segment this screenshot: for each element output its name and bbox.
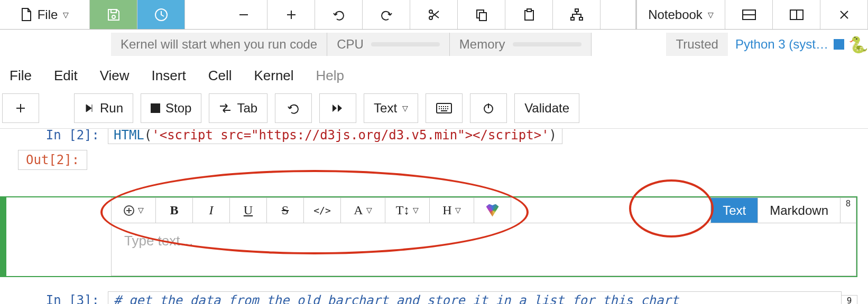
status-bar: Kernel will start when you run code CPU …	[0, 30, 868, 59]
topbar-spacer-1	[185, 0, 220, 29]
cell-prompt-in-3: In [3]:	[18, 293, 108, 304]
validate-button[interactable]: Validate	[514, 93, 579, 123]
run-all-button[interactable]	[319, 93, 356, 123]
paste-button[interactable]	[505, 0, 553, 29]
text-cell[interactable]: ▽ B I U S </> A▽ T↕▽ H▽ Text Markdown 8 …	[0, 196, 857, 277]
text-cell-editor[interactable]: Type text…	[112, 223, 856, 276]
split-horizontal-icon	[742, 9, 756, 21]
heading-dropdown[interactable]: H▽	[430, 198, 474, 223]
save-icon	[107, 8, 121, 22]
kernel-status-msg: Kernel will start when you run code	[111, 33, 327, 56]
split-vertical-button[interactable]	[773, 0, 820, 29]
menu-view[interactable]: View	[100, 68, 130, 84]
notebook-dropdown-label: Notebook	[648, 7, 703, 22]
mode-tab-markdown[interactable]: Markdown	[758, 198, 840, 223]
cell-type-dropdown[interactable]: Text ▽	[364, 93, 418, 123]
chevron-down-icon: ▽	[455, 206, 461, 215]
cut-button[interactable]	[410, 0, 458, 29]
menu-insert[interactable]: Insert	[152, 68, 186, 84]
cell-code-in-3[interactable]: # get the data from the old barchart and…	[108, 291, 842, 304]
cell-prompt-in-2: In [2]:	[18, 129, 108, 142]
restart-button[interactable]	[275, 93, 312, 123]
chevron-down-icon: ▽	[366, 206, 372, 215]
file-dropdown[interactable]: File ▽	[0, 0, 90, 29]
circle-plus-icon	[123, 205, 135, 216]
stop-icon	[151, 103, 160, 113]
underline-button[interactable]: U	[230, 198, 267, 223]
cell-select-bar[interactable]	[1, 197, 6, 276]
menu-kernel[interactable]: Kernel	[254, 68, 293, 84]
cell-line-count-in-3: 9	[842, 295, 857, 305]
plus-icon	[285, 9, 297, 21]
notebook-dropdown[interactable]: Notebook ▽	[635, 0, 725, 29]
mode-tab-text[interactable]: Text	[710, 198, 758, 223]
cell-code-in-2[interactable]: HTML('<script src="https://d3js.org/d3.v…	[108, 129, 562, 144]
svg-rect-9	[575, 9, 578, 12]
topbar-spacer-2	[601, 0, 635, 29]
chevron-down-icon: ▽	[708, 11, 714, 19]
memory-meter: Memory	[450, 33, 592, 56]
code-cell-in-2[interactable]: In [2]: HTML('<script src="https://d3js.…	[18, 129, 857, 147]
cpu-bar	[371, 42, 440, 46]
keyboard-icon	[436, 103, 452, 113]
power-icon	[482, 102, 495, 115]
chevron-down-icon: ▽	[413, 206, 419, 215]
chevron-down-icon: ▽	[402, 104, 408, 112]
notebook-area: In [2]: HTML('<script src="https://d3js.…	[0, 129, 868, 304]
minus-button[interactable]	[220, 0, 267, 29]
sitemap-icon	[569, 8, 584, 22]
copy-button[interactable]	[458, 0, 505, 29]
close-button[interactable]	[820, 0, 868, 29]
font-dropdown[interactable]: A▽	[341, 198, 385, 223]
insert-cell-button[interactable]	[2, 93, 39, 123]
sitemap-button[interactable]	[553, 0, 601, 29]
trust-status[interactable]: Trusted	[666, 33, 727, 56]
bold-button[interactable]: B	[156, 198, 193, 223]
code-button[interactable]: </>	[304, 198, 341, 223]
save-button[interactable]	[90, 0, 137, 29]
strike-button[interactable]: S	[267, 198, 304, 223]
plus-button[interactable]	[267, 0, 315, 29]
menu-cell[interactable]: Cell	[208, 68, 232, 84]
run-icon	[84, 103, 95, 113]
color-button[interactable]	[474, 198, 511, 223]
restart-icon	[287, 102, 300, 115]
stop-button[interactable]: Stop	[141, 93, 201, 123]
power-button[interactable]	[470, 93, 507, 123]
time-travel-button[interactable]	[137, 0, 185, 29]
code-cell-out-2: Out[2]:	[18, 150, 87, 170]
menu-help[interactable]: Help	[316, 68, 344, 84]
memory-bar	[513, 42, 581, 46]
close-icon	[838, 9, 850, 21]
size-dropdown[interactable]: T↕▽	[385, 198, 430, 223]
chevron-down-icon: ▽	[138, 206, 144, 215]
code-cell-in-3[interactable]: In [3]: # get the data from the old barc…	[18, 291, 857, 304]
insert-dropdown[interactable]: ▽	[112, 198, 156, 223]
color-fan-icon	[486, 204, 499, 217]
notebook-toolbar: Run Stop Tab Text ▽ Validate	[0, 93, 868, 129]
kernel-name[interactable]: Python 3 (syst…	[728, 37, 834, 52]
svg-rect-8	[527, 9, 531, 12]
kernel-busy-indicator	[834, 39, 844, 50]
tab-icon	[219, 103, 232, 113]
italic-button[interactable]: I	[193, 198, 230, 223]
undo-button[interactable]	[315, 0, 363, 29]
redo-icon	[380, 8, 393, 22]
keyboard-button[interactable]	[426, 93, 463, 123]
scissors-icon	[427, 8, 441, 22]
run-button[interactable]: Run	[74, 93, 133, 123]
split-vertical-icon	[789, 9, 804, 21]
minus-icon	[238, 9, 250, 21]
cpu-meter: CPU	[327, 33, 450, 56]
svg-rect-11	[579, 17, 583, 20]
history-icon	[154, 7, 169, 22]
app-topbar: File ▽ Notebook ▽	[0, 0, 868, 30]
svg-rect-0	[111, 10, 116, 13]
clipboard-icon	[522, 8, 536, 22]
menu-file[interactable]: File	[10, 68, 32, 84]
split-horizontal-button[interactable]	[725, 0, 773, 29]
text-cell-placeholder: Type text…	[124, 233, 194, 249]
tab-button[interactable]: Tab	[209, 93, 267, 123]
menu-edit[interactable]: Edit	[54, 68, 78, 84]
redo-button[interactable]	[363, 0, 410, 29]
